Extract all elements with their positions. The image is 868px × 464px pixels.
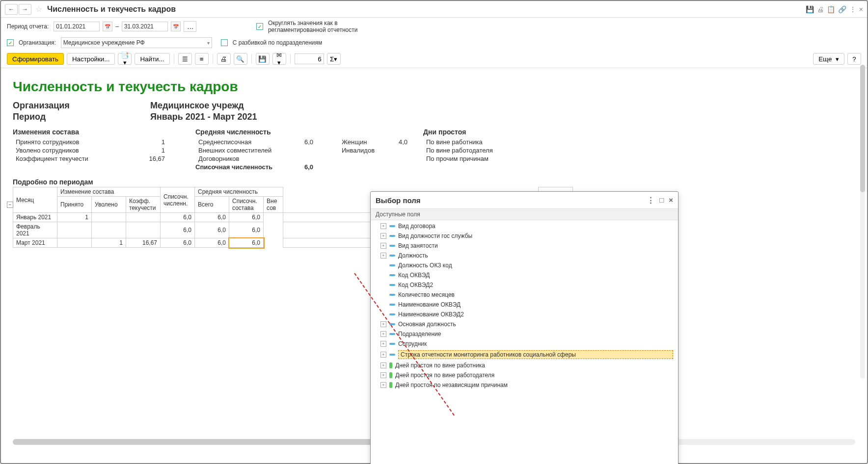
expand-icon[interactable] bbox=[380, 302, 386, 308]
field-item[interactable]: +Дней простоя по вине работника bbox=[371, 361, 678, 370]
nav-forward-button[interactable]: → bbox=[19, 4, 31, 15]
expand-icon[interactable] bbox=[380, 262, 386, 268]
vertical-scrollbar[interactable] bbox=[860, 65, 865, 379]
field-item[interactable]: +Вид должности гос службы bbox=[371, 231, 678, 241]
expand-icon[interactable]: + bbox=[380, 243, 386, 249]
field-label: Сотрудник bbox=[398, 340, 673, 347]
more-button[interactable]: Еще ▾ bbox=[813, 53, 844, 65]
save-icon[interactable]: 💾 bbox=[806, 5, 814, 13]
field-item[interactable]: +Дней простоя по независящим причинам bbox=[371, 380, 678, 390]
field-label: Дней простоя по независящим причинам bbox=[395, 382, 673, 388]
field-label: Основная должность bbox=[398, 321, 673, 328]
expand-all-button[interactable]: ☰ bbox=[178, 53, 192, 65]
org-select[interactable]: Медицинское учреждение РФ ▾ bbox=[61, 37, 212, 48]
dialog-maximize-icon[interactable]: □ bbox=[659, 196, 664, 205]
field-item[interactable]: Код ОКВЭД bbox=[371, 270, 678, 280]
field-label: Дней простоя по вине работодателя bbox=[395, 372, 673, 379]
field-label: Должность bbox=[398, 252, 673, 259]
field-icon bbox=[389, 235, 395, 237]
date-from-input[interactable]: 01.01.2021 bbox=[54, 22, 100, 31]
collapse-all-button[interactable]: ≡ bbox=[195, 53, 209, 65]
avg-title: Средняя численность bbox=[195, 128, 333, 136]
dialog-title: Выбор поля bbox=[376, 196, 421, 205]
help-button[interactable]: ? bbox=[847, 53, 861, 65]
expand-icon[interactable] bbox=[380, 272, 386, 278]
expand-icon[interactable]: + bbox=[380, 341, 386, 347]
org-checkbox[interactable]: ✓ bbox=[7, 39, 14, 46]
number-input[interactable] bbox=[295, 53, 324, 64]
filter-row-org: ✓ Организация: Медицинское учреждение РФ… bbox=[1, 35, 867, 50]
print-button[interactable]: 🖨 bbox=[217, 53, 231, 65]
expand-icon[interactable] bbox=[380, 311, 386, 317]
field-item[interactable]: Код ОКВЭД2 bbox=[371, 280, 678, 290]
split-label: С разбивкой по подразделениям bbox=[233, 39, 323, 46]
metric-icon bbox=[389, 362, 392, 368]
expand-icon[interactable]: + bbox=[380, 382, 386, 388]
metric-icon bbox=[389, 372, 392, 378]
field-item[interactable]: +Подразделение bbox=[371, 329, 678, 339]
expand-icon[interactable]: + bbox=[380, 253, 386, 258]
calendar-from-icon[interactable]: 📅 bbox=[103, 22, 112, 31]
field-icon bbox=[389, 284, 395, 286]
field-item[interactable]: +Должность bbox=[371, 251, 678, 260]
org-info-value: Медицинское учрежд bbox=[150, 101, 244, 111]
field-item[interactable]: +Вид договора bbox=[371, 221, 678, 231]
field-item[interactable]: Количество месяцев bbox=[371, 290, 678, 300]
email-button[interactable]: ✉▾ bbox=[272, 53, 286, 65]
split-checkbox[interactable]: ✓ bbox=[221, 39, 228, 46]
field-label: Количество месяцев bbox=[398, 291, 673, 298]
dropdown-arrow-icon: ▾ bbox=[207, 40, 210, 46]
collapse-toggle[interactable]: − bbox=[7, 202, 13, 208]
field-item[interactable]: +Сотрудник bbox=[371, 339, 678, 349]
field-item[interactable]: +Основная должность bbox=[371, 319, 678, 329]
field-item[interactable]: +Дней простоя по вине работодателя bbox=[371, 370, 678, 380]
save-report-button[interactable]: 💾 bbox=[256, 53, 270, 65]
field-icon bbox=[389, 255, 395, 257]
field-item[interactable]: Наименование ОКВЭД2 bbox=[371, 309, 678, 319]
favorite-icon[interactable]: ☆ bbox=[35, 4, 42, 14]
expand-icon[interactable]: + bbox=[380, 223, 386, 229]
field-selector-dialog: Выбор поля ⋮ □ × Доступные поля +Вид дог… bbox=[370, 191, 678, 464]
date-dash: – bbox=[115, 23, 119, 30]
close-icon[interactable]: × bbox=[859, 5, 863, 13]
nav-back-button[interactable]: ← bbox=[5, 4, 18, 15]
field-icon bbox=[389, 274, 395, 276]
field-item[interactable]: Наименование ОКВЭД bbox=[371, 300, 678, 309]
field-icon bbox=[389, 343, 395, 345]
field-item[interactable]: Должность ОКЗ код bbox=[371, 260, 678, 270]
expand-icon[interactable]: + bbox=[380, 331, 386, 337]
details-title: Подробно по периодам bbox=[13, 178, 855, 186]
copy-settings-button[interactable]: 📑▾ bbox=[118, 53, 132, 65]
field-label: Вид должности гос службы bbox=[398, 232, 673, 239]
expand-icon[interactable]: + bbox=[380, 362, 386, 368]
settings-button[interactable]: Настройки... bbox=[67, 53, 115, 65]
expand-icon[interactable]: + bbox=[380, 372, 386, 378]
form-button[interactable]: Сформировать bbox=[7, 53, 64, 65]
dialog-close-icon[interactable]: × bbox=[669, 196, 673, 205]
report-title: Численность и текучесть кадров bbox=[13, 79, 855, 95]
dialog-subhead: Доступные поля bbox=[371, 208, 678, 220]
preview-button[interactable]: 🔍 bbox=[234, 53, 247, 65]
field-icon bbox=[389, 304, 395, 306]
round-checkbox[interactable]: ✓ bbox=[256, 23, 263, 30]
sum-button[interactable]: Σ▾ bbox=[327, 53, 341, 65]
expand-icon[interactable]: + bbox=[380, 321, 386, 327]
main-window: ← → ☆ Численность и текучесть кадров 💾 🖨… bbox=[0, 0, 868, 464]
period-info-label: Период bbox=[13, 112, 150, 122]
period-ellipsis-button[interactable]: … bbox=[184, 21, 196, 32]
find-button[interactable]: Найти... bbox=[135, 53, 169, 65]
more-menu-icon[interactable]: ⋮ bbox=[849, 5, 856, 13]
field-item[interactable]: +Вид занятости bbox=[371, 241, 678, 251]
print-icon[interactable]: 🖨 bbox=[817, 5, 824, 13]
expand-icon[interactable] bbox=[380, 282, 386, 288]
date-to-input[interactable]: 31.03.2021 bbox=[122, 22, 168, 31]
field-list[interactable]: +Вид договора+Вид должности гос службы+В… bbox=[371, 220, 678, 464]
link-icon[interactable]: 🔗 bbox=[838, 5, 846, 13]
dialog-menu-icon[interactable]: ⋮ bbox=[647, 196, 654, 205]
field-item[interactable]: +Строка отчетности мониторинга работнико… bbox=[371, 349, 678, 361]
expand-icon[interactable]: + bbox=[380, 233, 386, 239]
clipboard-icon[interactable]: 📋 bbox=[827, 5, 835, 13]
expand-icon[interactable] bbox=[380, 292, 386, 298]
expand-icon[interactable]: + bbox=[380, 352, 386, 358]
calendar-to-icon[interactable]: 📅 bbox=[171, 22, 181, 31]
